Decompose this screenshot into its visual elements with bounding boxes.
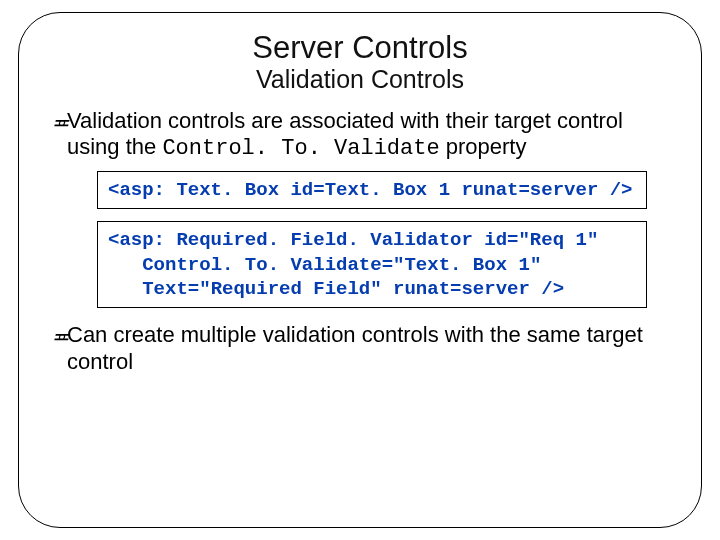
bullet-glyph-icon: ≖ bbox=[51, 110, 63, 136]
bullet-glyph-icon: ≖ bbox=[51, 324, 63, 350]
slide-frame: Server Controls Validation Controls ≖ Va… bbox=[18, 12, 702, 528]
bullet-item: ≖ Validation controls are associated wit… bbox=[51, 108, 675, 163]
bullet-text: Can create multiple validation controls … bbox=[67, 322, 675, 375]
bullet-text: Validation controls are associated with … bbox=[67, 108, 675, 163]
bullet-item: ≖ Can create multiple validation control… bbox=[51, 322, 675, 375]
slide-content: ≖ Validation controls are associated wit… bbox=[19, 108, 701, 375]
bullet-text-post: property bbox=[440, 134, 527, 159]
code-block: <asp: Required. Field. Validator id="Req… bbox=[97, 221, 647, 308]
bullet-text-pre: Can create multiple validation controls … bbox=[67, 322, 643, 373]
code-block: <asp: Text. Box id=Text. Box 1 runat=ser… bbox=[97, 171, 647, 209]
slide-subtitle: Validation Controls bbox=[19, 65, 701, 94]
inline-code: Control. To. Validate bbox=[162, 136, 439, 161]
slide-title: Server Controls bbox=[19, 31, 701, 65]
